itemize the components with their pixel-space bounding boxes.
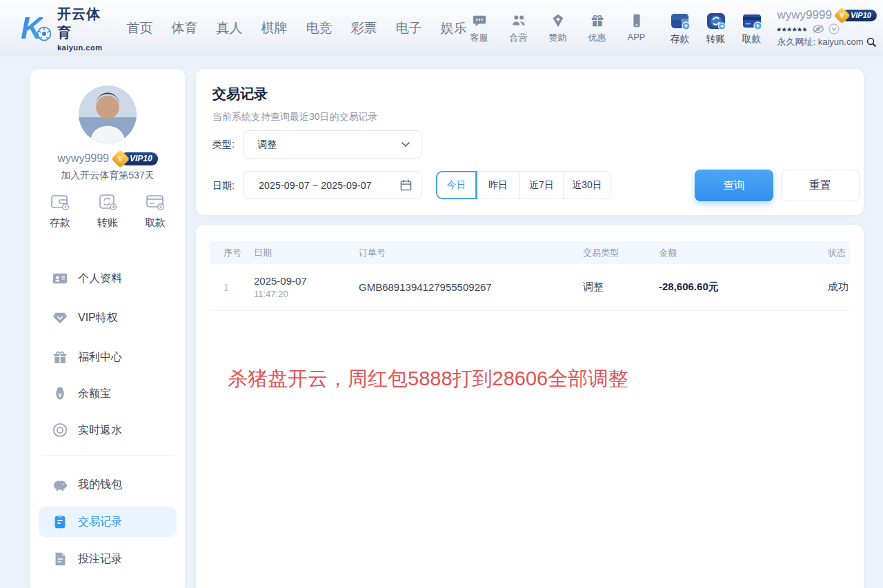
chat-bubble-icon xyxy=(472,13,487,28)
query-button[interactable]: 查询 xyxy=(695,170,773,201)
cell-type: 调整 xyxy=(583,281,659,294)
cell-time: 11:47:20 xyxy=(254,289,359,299)
page-title: 交易记录 xyxy=(212,85,268,103)
sidebar-transfer-label: 转账 xyxy=(97,216,118,230)
username: wywy9999 xyxy=(777,8,832,22)
main-nav: 首页 体育 真人 棋牌 电竞 彩票 电子 娱乐 xyxy=(127,19,467,37)
sidebar-item-welfare-label: 福利中心 xyxy=(78,350,122,365)
page-subtitle: 当前系统支持查询最近30日的交易记录 xyxy=(212,111,378,123)
date-range-input[interactable]: 2025-09-07 ~ 2025-09-07 xyxy=(243,171,422,199)
nav-item-entertainment[interactable]: 娱乐 xyxy=(441,19,467,37)
partners-icon xyxy=(511,13,526,28)
range-7days-button[interactable]: 近7日 xyxy=(520,172,564,199)
magnifier-cursor-icon xyxy=(866,37,877,48)
withdraw-link[interactable]: 取款 xyxy=(739,12,765,45)
joined-days-text: 加入开云体育第537天 xyxy=(30,170,185,182)
sidebar-item-rebate-label: 实时返水 xyxy=(78,423,122,438)
chevron-down-circle-icon[interactable] xyxy=(829,23,840,34)
promotions-link[interactable]: 优惠 xyxy=(585,13,610,44)
range-today-button[interactable]: 今日 xyxy=(437,172,477,199)
date-quick-ranges: 今日 昨日 近7日 近30日 xyxy=(436,171,611,199)
th-order-no: 订单号 xyxy=(359,247,583,259)
partnership-label: 合营 xyxy=(510,32,528,44)
card-outline-icon xyxy=(146,193,165,211)
type-select[interactable]: 调整 xyxy=(243,130,422,159)
sidebar-item-yuebao[interactable]: 余额宝 xyxy=(39,378,177,409)
nav-item-sports[interactable]: 体育 xyxy=(172,19,198,37)
sponsor-shield-icon xyxy=(550,13,566,28)
nav-item-slots[interactable]: 电子 xyxy=(396,19,422,37)
brand-domain: kaiyun.com xyxy=(57,43,108,52)
nav-item-home[interactable]: 首页 xyxy=(127,19,153,37)
range-30days-button[interactable]: 近30日 xyxy=(564,172,611,199)
sidebar-withdraw-action[interactable]: 取款 xyxy=(145,193,166,230)
deposit-wallet-icon xyxy=(670,12,691,30)
header-quick-links: 客服 合营 赞助 xyxy=(467,13,649,44)
type-select-value: 调整 xyxy=(257,139,277,151)
nav-item-lottery[interactable]: 彩票 xyxy=(351,19,377,37)
sidebar-item-yuebao-label: 余额宝 xyxy=(78,387,111,401)
sidebar-deposit-action[interactable]: 存款 xyxy=(50,193,70,230)
sidebar-transfer-action[interactable]: 转账 xyxy=(97,193,118,230)
sidebar-item-profile[interactable]: 个人资料 xyxy=(39,263,177,294)
promotions-label: 优惠 xyxy=(588,32,606,44)
sidebar: wywy9999 V VIP10 加入开云体育第537天 存款 xyxy=(30,69,185,588)
sidebar-withdraw-label: 取款 xyxy=(145,216,166,230)
sidebar-item-rebate[interactable]: 实时返水 xyxy=(39,415,177,445)
logo-k-mark: K xyxy=(21,11,52,45)
sidebar-item-vip-label: VIP特权 xyxy=(78,311,118,325)
brand-logo[interactable]: K 开云体育 kaiyun.com xyxy=(21,5,108,52)
football-icon xyxy=(37,26,52,41)
partnership-link[interactable]: 合营 xyxy=(506,13,531,44)
transfer-outline-icon xyxy=(98,193,117,211)
cell-amount: -28,606.60元 xyxy=(659,281,828,294)
sidebar-item-bets[interactable]: 投注记录 xyxy=(39,544,177,574)
withdraw-label: 取款 xyxy=(742,33,762,45)
phone-icon xyxy=(629,13,644,28)
eye-off-icon[interactable] xyxy=(812,24,824,34)
calendar-icon[interactable] xyxy=(400,179,412,191)
sidebar-divider xyxy=(41,455,174,456)
profile-photo xyxy=(79,85,137,143)
sidebar-item-wallet[interactable]: 我的钱包 xyxy=(39,469,177,500)
deposit-link[interactable]: 存款 xyxy=(667,12,693,45)
app-download-link[interactable]: APP xyxy=(624,13,649,44)
id-card-icon xyxy=(52,272,68,285)
sidebar-item-vip[interactable]: VIP特权 xyxy=(39,303,177,333)
transfer-link[interactable]: 转账 xyxy=(703,12,729,45)
red-warning-annotation: 杀猪盘开云，周红包5888打到28606全部调整 xyxy=(228,365,628,393)
sidebar-item-transactions[interactable]: 交易记录 xyxy=(39,507,177,537)
nav-item-chess[interactable]: 棋牌 xyxy=(261,19,288,37)
sidebar-item-welfare[interactable]: 福利中心 xyxy=(39,342,177,372)
filter-panel: 交易记录 当前系统支持查询最近30日的交易记录 类型: 调整 日期: 2025-… xyxy=(196,69,864,215)
top-header: K 开云体育 kaiyun.com 首页 体育 真人 棋牌 电竞 彩票 电子 娱… xyxy=(0,0,883,57)
nav-item-esports[interactable]: 电竞 xyxy=(306,19,333,37)
sponsorship-label: 赞助 xyxy=(549,32,567,44)
page: K 开云体育 kaiyun.com 首页 体育 真人 棋牌 电竞 彩票 电子 娱… xyxy=(0,0,883,588)
profile-username: wywy9999 xyxy=(57,152,109,165)
records-table-panel: 序号 日期 订单号 交易类型 金额 状态 1 2025-09-07 11:47:… xyxy=(196,225,864,588)
date-label: 日期: xyxy=(212,180,235,192)
masked-balance: ****** xyxy=(777,23,808,34)
profile-vip-badge: V VIP10 xyxy=(114,152,158,165)
vip-gem-menu-icon xyxy=(52,311,68,325)
cell-datetime: 2025-09-07 11:47:20 xyxy=(254,275,359,299)
th-index: 序号 xyxy=(210,247,254,259)
gift-menu-icon xyxy=(52,350,68,364)
range-yesterday-button[interactable]: 昨日 xyxy=(477,172,520,199)
type-label: 类型: xyxy=(212,139,235,151)
sponsorship-link[interactable]: 赞助 xyxy=(546,13,571,44)
customer-service-link[interactable]: 客服 xyxy=(467,13,492,44)
th-status: 状态 xyxy=(828,247,850,259)
table-header-row: 序号 日期 订单号 交易类型 金额 状态 xyxy=(210,241,850,264)
sidebar-quick-actions: 存款 转账 取款 xyxy=(30,193,185,230)
transfer-label: 转账 xyxy=(706,33,726,45)
sidebar-item-transactions-label: 交易记录 xyxy=(78,515,122,529)
logo-text: 开云体育 kaiyun.com xyxy=(57,5,108,52)
cell-order-no: GMB6891394127955509267 xyxy=(359,281,583,293)
transfer-arrows-icon xyxy=(706,12,726,30)
reset-button[interactable]: 重置 xyxy=(781,170,860,201)
nav-item-live[interactable]: 真人 xyxy=(217,19,243,37)
wallet-outline-icon xyxy=(50,193,70,211)
sidebar-item-bets-label: 投注记录 xyxy=(78,552,122,567)
